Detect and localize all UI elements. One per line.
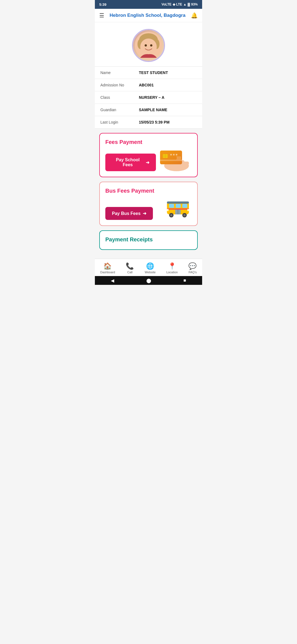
- bell-icon[interactable]: 🔔: [191, 12, 198, 19]
- value-class: NURSERY – A: [139, 95, 164, 100]
- battery-icon: ▓: [188, 2, 190, 6]
- nav-call[interactable]: 📞 Call: [123, 261, 136, 275]
- svg-point-4: [140, 39, 157, 55]
- content-area: Fees Payment Pay School Fees ➜: [95, 129, 202, 259]
- nav-dashboard[interactable]: 🏠 Dashboard: [98, 261, 117, 275]
- bus-card-title: Bus Fees Payment: [105, 188, 192, 194]
- svg-text:)))): )))): [177, 156, 181, 160]
- info-row-class: Class NURSERY – A: [95, 91, 202, 104]
- location-icon: 📍: [168, 262, 176, 270]
- fees-card-title: Fees Payment: [105, 139, 192, 145]
- label-guardian: Guardian: [100, 108, 139, 112]
- status-time: 5:39: [99, 2, 106, 7]
- svg-point-21: [173, 154, 175, 155]
- svg-rect-26: [176, 204, 181, 208]
- value-guardian: SAMPLE NAME: [139, 108, 167, 112]
- label-class: Class: [100, 95, 139, 100]
- nav-faqs[interactable]: 💬 FAQ's: [186, 261, 199, 275]
- status-bar: 5:39 VoLTE ◈ LTE ▲ ▓ 93%: [95, 0, 202, 9]
- svg-rect-27: [182, 204, 187, 208]
- receipts-card-title: Payment Receipts: [105, 236, 192, 243]
- bus-card-row: Pay Bus Fees ➜: [105, 198, 192, 220]
- pay-bus-fees-label: Pay Bus Fees: [112, 211, 141, 216]
- svg-rect-36: [167, 209, 169, 211]
- value-name: TEST STUDENT: [139, 70, 168, 75]
- value-lastlogin: 15/05/23 5:39 PM: [139, 120, 169, 124]
- dashboard-icon: 🏠: [103, 262, 112, 270]
- label-lastlogin: Last Login: [100, 120, 139, 124]
- svg-rect-31: [167, 208, 189, 210]
- faqs-icon: 💬: [188, 262, 197, 270]
- svg-point-20: [170, 154, 172, 155]
- pay-school-fees-button[interactable]: Pay School Fees ➜: [105, 154, 156, 171]
- pay-bus-fees-arrow: ➜: [143, 211, 146, 216]
- info-row-guardian: Guardian SAMPLE NAME: [95, 104, 202, 116]
- signal-icon: ▲: [183, 2, 186, 6]
- nav-dashboard-label: Dashboard: [100, 271, 115, 274]
- info-row-admission: Admission No ABC001: [95, 79, 202, 91]
- lte-icon: LTE: [176, 2, 182, 6]
- avatar-ring: [132, 29, 165, 62]
- student-info-table: Name TEST STUDENT Admission No ABC001 Cl…: [95, 66, 202, 129]
- fees-payment-card: Fees Payment Pay School Fees ➜: [99, 133, 198, 177]
- svg-point-33: [170, 214, 172, 216]
- svg-rect-25: [169, 204, 174, 208]
- home-button[interactable]: ⬤: [146, 278, 151, 283]
- bus-fees-card: Bus Fees Payment Pay Bus Fees ➜: [99, 182, 198, 226]
- bus-illustration: [164, 198, 192, 220]
- nav-location[interactable]: 📍 Location: [164, 261, 180, 275]
- receipts-card: Payment Receipts: [99, 230, 198, 250]
- avatar: [133, 30, 164, 61]
- menu-icon[interactable]: ☰: [99, 12, 104, 19]
- svg-rect-37: [187, 209, 189, 211]
- svg-rect-19: [160, 160, 182, 161]
- nav-faqs-label: FAQ's: [189, 271, 197, 274]
- svg-rect-28: [167, 201, 189, 204]
- nav-location-label: Location: [166, 271, 178, 274]
- avatar-section: [95, 22, 202, 66]
- recent-button[interactable]: ■: [183, 278, 186, 283]
- nav-call-label: Call: [127, 271, 133, 274]
- value-admission: ABC001: [139, 83, 154, 87]
- website-icon: 🌐: [146, 262, 154, 270]
- bottom-nav: 🏠 Dashboard 📞 Call 🌐 Website 📍 Location …: [95, 259, 202, 276]
- battery-percent: 93%: [191, 2, 198, 6]
- svg-point-35: [183, 214, 186, 216]
- credit-card-illustration: )))): [156, 149, 192, 171]
- svg-point-22: [176, 154, 177, 155]
- label-name: Name: [100, 70, 139, 75]
- pay-school-fees-arrow: ➜: [146, 160, 149, 165]
- pay-bus-fees-button[interactable]: Pay Bus Fees ➜: [105, 207, 153, 220]
- info-row-lastlogin: Last Login 15/05/23 5:39 PM: [95, 116, 202, 129]
- app-title: Hebron English School, Bagdogra: [104, 13, 191, 18]
- svg-point-5: [145, 44, 147, 47]
- status-icons: VoLTE ◈ LTE ▲ ▓ 93%: [161, 2, 198, 6]
- fees-card-row: Pay School Fees ➜: [105, 149, 192, 171]
- android-nav-bar: ◀ ⬤ ■: [95, 276, 202, 285]
- pay-school-fees-label: Pay School Fees: [112, 157, 144, 167]
- top-bar: ☰ Hebron English School, Bagdogra 🔔: [95, 9, 202, 22]
- label-admission: Admission No: [100, 83, 139, 87]
- info-row-name: Name TEST STUDENT: [95, 67, 202, 79]
- volte-icon: VoLTE: [161, 2, 171, 6]
- call-icon: 📞: [126, 262, 134, 270]
- svg-point-6: [150, 44, 152, 47]
- nav-website[interactable]: 🌐 Website: [142, 261, 158, 275]
- wifi-icon: ◈: [173, 2, 175, 6]
- nav-website-label: Website: [145, 271, 156, 274]
- back-button[interactable]: ◀: [111, 278, 114, 283]
